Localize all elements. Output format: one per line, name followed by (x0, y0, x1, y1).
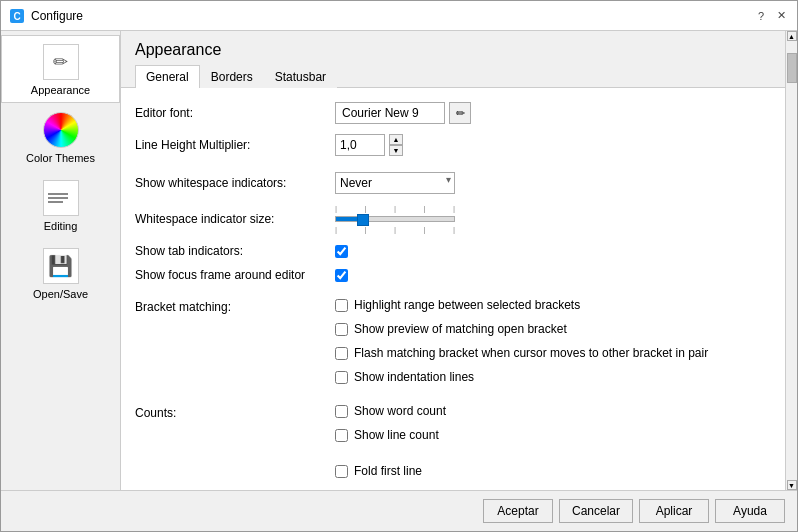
bracket-option-2: Flash matching bracket when cursor moves… (335, 346, 708, 360)
content-area: Appearance Color Themes Editing (1, 31, 797, 490)
whitespace-select-wrapper: Never Always On Selection (335, 172, 455, 194)
line-height-label: Line Height Multiplier: (135, 138, 335, 152)
scrollbar-thumb[interactable] (787, 53, 797, 83)
show-focus-row: Show focus frame around editor (135, 268, 771, 282)
line-height-control: ▲ ▼ (335, 134, 403, 156)
aceptar-button[interactable]: Aceptar (483, 499, 553, 523)
sidebar-item-color-themes[interactable]: Color Themes (1, 103, 120, 171)
ayuda-button[interactable]: Ayuda (715, 499, 785, 523)
slider-ticks-top: | | | | | (335, 204, 455, 213)
show-tab-checkbox[interactable] (335, 245, 348, 258)
word-count-checkbox[interactable] (335, 405, 348, 418)
bracket-option-1: Show preview of matching open bracket (335, 322, 708, 336)
window-title: Configure (31, 9, 753, 23)
show-focus-control (335, 269, 348, 282)
whitespace-label: Show whitespace indicators: (135, 176, 335, 190)
sidebar-item-appearance[interactable]: Appearance (1, 35, 120, 103)
word-count-label: Show word count (354, 404, 446, 418)
editor-font-row: Editor font: ✏ (135, 102, 771, 124)
main-panel: Appearance General Borders Statusbar Edi… (121, 31, 785, 490)
scroll-down-btn[interactable]: ▼ (787, 480, 797, 490)
line-height-row: Line Height Multiplier: ▲ ▼ (135, 134, 771, 156)
sidebar-label-color-themes: Color Themes (26, 152, 95, 164)
sidebar-label-open-save: Open/Save (33, 288, 88, 300)
counts-label: Counts: (135, 404, 335, 420)
panel-body: Editor font: ✏ Line Height Multiplier: ▲… (121, 88, 785, 490)
slider-track[interactable] (335, 216, 455, 222)
fold-row: Fold first line (135, 464, 771, 484)
whitespace-row: Show whitespace indicators: Never Always… (135, 172, 771, 194)
footer: Aceptar Cancelar Aplicar Ayuda (1, 490, 797, 531)
app-icon: C (9, 8, 25, 24)
bracket-matching-row: Bracket matching: Highlight range betwee… (135, 298, 771, 390)
editor-font-label: Editor font: (135, 106, 335, 120)
color-themes-icon (41, 110, 81, 150)
fold-label-empty (135, 464, 335, 466)
counts-options: Show word count Show line count (335, 404, 446, 448)
line-height-down[interactable]: ▼ (389, 145, 403, 156)
bracket-checkbox-highlight[interactable] (335, 299, 348, 312)
bracket-label-preview: Show preview of matching open bracket (354, 322, 567, 336)
open-save-icon: 💾 (41, 246, 81, 286)
svg-text:C: C (13, 11, 20, 22)
bracket-label-flash: Flash matching bracket when cursor moves… (354, 346, 708, 360)
line-height-up[interactable]: ▲ (389, 134, 403, 145)
cancelar-button[interactable]: Cancelar (559, 499, 633, 523)
sidebar-label-appearance: Appearance (31, 84, 90, 96)
show-tab-control (335, 245, 348, 258)
line-count-label: Show line count (354, 428, 439, 442)
show-tab-row: Show tab indicators: (135, 244, 771, 258)
bracket-checkbox-flash[interactable] (335, 347, 348, 360)
scroll-up-btn[interactable]: ▲ (787, 31, 797, 41)
bracket-checkbox-indentation[interactable] (335, 371, 348, 384)
editor-font-input[interactable] (335, 102, 445, 124)
editor-font-edit-button[interactable]: ✏ (449, 102, 471, 124)
tab-statusbar[interactable]: Statusbar (264, 65, 337, 88)
counts-row: Counts: Show word count Show line count (135, 404, 771, 448)
slider-thumb (357, 214, 369, 226)
bracket-label-highlight: Highlight range between selected bracket… (354, 298, 580, 312)
configure-window: C Configure ? ✕ Appearance Color Themes (0, 0, 798, 532)
bracket-options: Highlight range between selected bracket… (335, 298, 708, 390)
bracket-option-0: Highlight range between selected bracket… (335, 298, 708, 312)
bracket-label-indentation: Show indentation lines (354, 370, 474, 384)
bracket-option-3: Show indentation lines (335, 370, 708, 384)
editing-icon (41, 178, 81, 218)
slider-fill (336, 217, 360, 221)
whitespace-select[interactable]: Never Always On Selection (335, 172, 455, 194)
fold-option: Fold first line (335, 464, 422, 478)
slider-ticks-bottom: | | | | | (335, 225, 455, 234)
count-option-1: Show line count (335, 428, 446, 442)
sidebar-item-editing[interactable]: Editing (1, 171, 120, 239)
window-controls: ? ✕ (753, 8, 789, 24)
help-button[interactable]: ? (753, 8, 769, 24)
aplicar-button[interactable]: Aplicar (639, 499, 709, 523)
show-tab-label: Show tab indicators: (135, 244, 335, 258)
editor-font-control: ✏ (335, 102, 471, 124)
whitespace-size-row: Whitespace indicator size: | | | | | (135, 204, 771, 234)
bracket-checkbox-preview[interactable] (335, 323, 348, 336)
line-height-input[interactable] (335, 134, 385, 156)
tab-general[interactable]: General (135, 65, 200, 88)
appearance-icon (41, 42, 81, 82)
count-option-0: Show word count (335, 404, 446, 418)
fold-checkbox[interactable] (335, 465, 348, 478)
scrollbar[interactable]: ▲ ▼ (785, 31, 797, 490)
bracket-matching-label: Bracket matching: (135, 298, 335, 314)
panel-title: Appearance (121, 31, 785, 65)
whitespace-slider: | | | | | | | | (335, 204, 455, 234)
fold-label: Fold first line (354, 464, 422, 478)
tab-bar: General Borders Statusbar (121, 65, 785, 88)
tab-borders[interactable]: Borders (200, 65, 264, 88)
show-focus-label: Show focus frame around editor (135, 268, 335, 282)
sidebar: Appearance Color Themes Editing (1, 31, 121, 490)
whitespace-size-label: Whitespace indicator size: (135, 212, 335, 226)
titlebar: C Configure ? ✕ (1, 1, 797, 31)
sidebar-item-open-save[interactable]: 💾 Open/Save (1, 239, 120, 307)
close-button[interactable]: ✕ (773, 8, 789, 24)
sidebar-label-editing: Editing (44, 220, 78, 232)
show-focus-checkbox[interactable] (335, 269, 348, 282)
line-count-checkbox[interactable] (335, 429, 348, 442)
whitespace-control: Never Always On Selection (335, 172, 455, 194)
